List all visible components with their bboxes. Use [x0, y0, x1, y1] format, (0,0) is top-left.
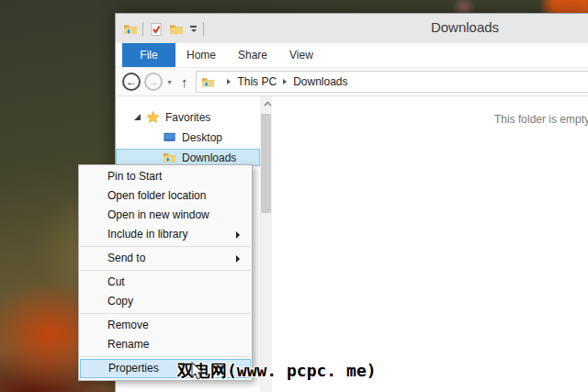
quick-access-toolbar	[122, 21, 204, 37]
qat-divider	[203, 22, 204, 36]
sidebar-item-label: Desktop	[182, 131, 222, 144]
menu-item-remove[interactable]: Remove	[79, 316, 252, 335]
back-arrow-icon: ←	[126, 76, 137, 87]
menu-item-pin-to-start[interactable]: Pin to Start	[79, 167, 252, 186]
qat-divider	[142, 22, 143, 36]
window-title: Downloads	[391, 19, 538, 35]
folder-download-icon	[123, 22, 138, 37]
qat-new-folder-button[interactable]	[168, 21, 184, 37]
menu-separator	[80, 270, 251, 271]
title-bar: Downloads	[116, 14, 588, 43]
menu-separator	[80, 313, 251, 314]
qat-properties-button[interactable]	[148, 21, 164, 37]
folder-icon	[169, 22, 184, 37]
tab-file[interactable]: File	[122, 43, 175, 67]
ribbon-tab-bar: File Home Share View	[116, 43, 588, 68]
address-bar: ← → ▼ ↑ This PC Downloads	[116, 68, 588, 96]
breadcrumb-arrow-icon[interactable]	[227, 79, 231, 84]
scrollbar-up-button[interactable]	[260, 96, 272, 110]
desktop: Downloads File Home Share View ← → ▼ ↑	[0, 0, 588, 392]
tab-share[interactable]: Share	[227, 43, 278, 67]
sidebar-item-desktop[interactable]: Desktop	[116, 129, 260, 146]
desktop-monitor-icon	[163, 130, 176, 144]
star-icon	[146, 110, 160, 124]
menu-item-label: Include in library	[107, 228, 187, 241]
menu-separator	[80, 246, 251, 247]
nav-pane-scrollbar[interactable]	[260, 96, 272, 392]
breadcrumb-arrow-icon[interactable]	[283, 79, 287, 84]
menu-item-copy[interactable]: Copy	[79, 292, 252, 311]
back-button[interactable]: ←	[122, 73, 141, 91]
address-box[interactable]: This PC Downloads	[196, 71, 588, 93]
forward-arrow-icon: →	[148, 76, 159, 87]
scrollbar-thumb[interactable]	[261, 114, 271, 213]
tab-home[interactable]: Home	[175, 43, 227, 67]
empty-folder-message: This folder is empty.	[494, 113, 588, 126]
chevron-up-icon	[264, 101, 271, 108]
properties-check-icon	[149, 22, 164, 37]
tab-view[interactable]: View	[278, 43, 324, 67]
expander-icon[interactable]	[134, 114, 141, 120]
menu-item-rename[interactable]: Rename	[79, 335, 252, 354]
qat-customize-bar	[190, 26, 197, 28]
mouse-cursor-icon	[187, 362, 208, 382]
menu-item-cut[interactable]: Cut	[79, 273, 252, 292]
menu-item-include-in-library[interactable]: Include in library	[79, 225, 252, 244]
menu-separator	[80, 356, 251, 357]
downloads-folder-window-icon[interactable]	[122, 21, 138, 37]
submenu-arrow-icon	[236, 231, 240, 239]
sidebar-item-favorites[interactable]: Favorites	[116, 108, 260, 126]
downloads-folder-icon	[163, 151, 176, 164]
context-menu: Pin to Start Open folder location Open i…	[78, 164, 253, 381]
submenu-arrow-icon	[236, 255, 240, 263]
menu-item-open-in-new-window[interactable]: Open in new window	[79, 206, 252, 225]
sidebar-item-label: Downloads	[182, 151, 236, 164]
menu-item-open-folder-location[interactable]: Open folder location	[79, 186, 252, 206]
sidebar-item-label: Favorites	[165, 111, 210, 124]
up-button[interactable]: ↑	[181, 74, 188, 90]
breadcrumb-folder-icon	[201, 75, 215, 89]
recent-locations-dropdown[interactable]: ▼	[166, 79, 173, 85]
menu-item-send-to[interactable]: Send to	[79, 249, 252, 268]
breadcrumb-downloads[interactable]: Downloads	[293, 75, 347, 88]
qat-customize-button[interactable]	[188, 24, 198, 34]
menu-item-label: Send to	[107, 252, 145, 264]
forward-button[interactable]: →	[144, 73, 163, 91]
breadcrumb-this-pc[interactable]: This PC	[237, 75, 277, 88]
chevron-down-icon	[191, 29, 197, 32]
